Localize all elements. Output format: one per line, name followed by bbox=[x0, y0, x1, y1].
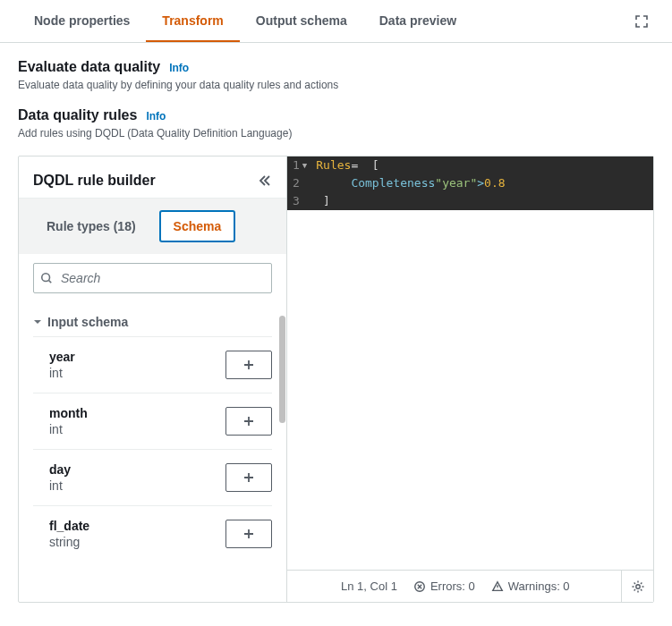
tab-schema[interactable]: Schema bbox=[160, 211, 235, 241]
tab-rule-types[interactable]: Rule types (18) bbox=[33, 211, 149, 241]
plus-icon bbox=[242, 358, 256, 372]
field-type: int bbox=[49, 422, 88, 436]
rules-title: Data quality rules bbox=[18, 107, 137, 123]
field-type: int bbox=[49, 478, 71, 493]
collapse-icon[interactable] bbox=[258, 173, 272, 188]
evaluate-title: Evaluate data quality bbox=[18, 59, 160, 75]
schema-item: fl_date string bbox=[33, 505, 272, 562]
plus-icon bbox=[242, 470, 256, 485]
tab-output-schema[interactable]: Output schema bbox=[240, 1, 363, 42]
svg-point-2 bbox=[635, 584, 639, 588]
cursor-position: Ln 1, Col 1 bbox=[341, 579, 397, 593]
add-field-button[interactable] bbox=[225, 520, 272, 548]
tab-transform[interactable]: Transform bbox=[146, 1, 239, 42]
status-bar: Ln 1, Col 1 Errors: 0 Warnings: 0 bbox=[287, 570, 653, 602]
field-type: int bbox=[49, 366, 75, 380]
evaluate-desc: Evaluate data quality by defining your d… bbox=[18, 79, 654, 91]
search-box bbox=[33, 263, 272, 293]
field-type: string bbox=[49, 535, 89, 549]
expand-icon[interactable] bbox=[629, 9, 654, 34]
left-panel: DQDL rule builder Rule types (18) Schema bbox=[19, 156, 287, 602]
field-name: fl_date bbox=[49, 519, 89, 533]
builder-wrap: DQDL rule builder Rule types (18) Schema bbox=[18, 156, 654, 603]
tab-node-properties[interactable]: Node properties bbox=[18, 1, 146, 42]
evaluate-info-link[interactable]: Info bbox=[169, 62, 189, 74]
rules-info-link[interactable]: Info bbox=[146, 110, 166, 123]
tabs-row: Node properties Transform Output schema … bbox=[0, 0, 672, 43]
right-panel: 1▼ 2▼ 3▼ Rules= [ Completeness"year">0.8… bbox=[287, 156, 653, 602]
section-rules: Data quality rules Info Add rules using … bbox=[0, 91, 672, 140]
chevron-down-icon bbox=[33, 317, 42, 326]
field-name: day bbox=[49, 462, 71, 477]
code-content[interactable]: Rules= [ Completeness"year">0.8 ] bbox=[312, 156, 653, 210]
inner-tabs: Rule types (18) Schema bbox=[19, 198, 286, 254]
section-evaluate: Evaluate data quality Info Evaluate data… bbox=[0, 43, 672, 91]
search-input[interactable] bbox=[33, 263, 272, 293]
plus-icon bbox=[242, 527, 256, 541]
rules-desc: Add rules using DQDL (Data Quality Defin… bbox=[18, 127, 654, 140]
warnings-count: Warnings: 0 bbox=[491, 579, 570, 593]
errors-count: Errors: 0 bbox=[413, 579, 475, 593]
schema-item: day int bbox=[33, 449, 272, 505]
settings-button[interactable] bbox=[621, 571, 653, 603]
schema-item: year int bbox=[33, 336, 272, 393]
add-field-button[interactable] bbox=[225, 463, 272, 492]
warning-icon bbox=[491, 580, 504, 593]
add-field-button[interactable] bbox=[225, 351, 272, 379]
tab-data-preview[interactable]: Data preview bbox=[363, 1, 472, 42]
error-icon bbox=[413, 580, 426, 593]
gear-icon bbox=[631, 579, 645, 594]
builder-title: DQDL rule builder bbox=[33, 173, 156, 189]
group-input-schema[interactable]: Input schema bbox=[33, 309, 272, 334]
plus-icon bbox=[242, 414, 256, 428]
code-editor[interactable]: 1▼ 2▼ 3▼ Rules= [ Completeness"year">0.8… bbox=[287, 156, 653, 570]
scrollbar-thumb[interactable] bbox=[279, 316, 285, 423]
schema-item: month int bbox=[33, 393, 272, 449]
group-title: Input schema bbox=[47, 315, 128, 329]
field-name: month bbox=[49, 406, 88, 420]
fold-icon[interactable]: ▼ bbox=[302, 156, 307, 174]
add-field-button[interactable] bbox=[225, 407, 272, 436]
field-name: year bbox=[49, 350, 75, 364]
editor-gutter: 1▼ 2▼ 3▼ bbox=[287, 156, 312, 210]
